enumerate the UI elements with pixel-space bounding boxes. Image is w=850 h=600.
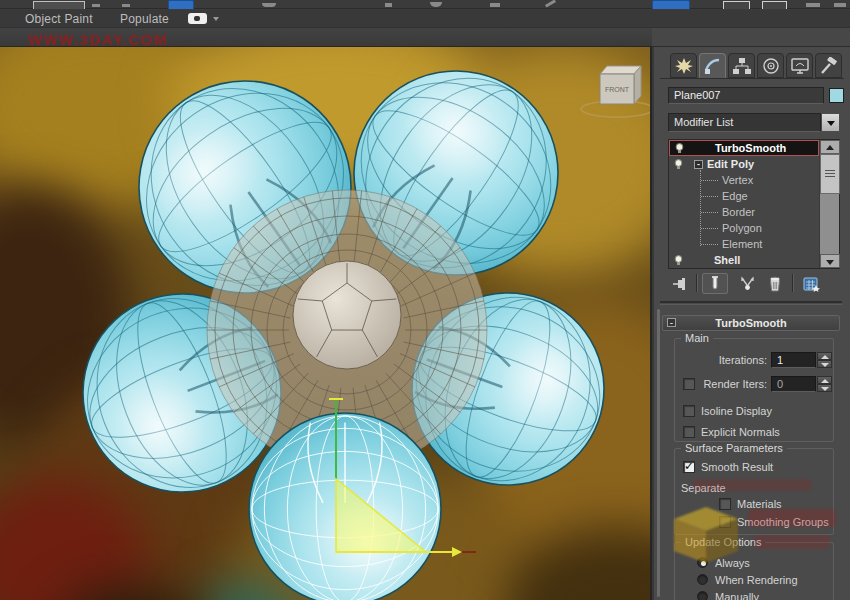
render-iters-spinner[interactable]	[817, 376, 832, 392]
viewcube-label: FRONT	[605, 86, 630, 93]
stack-item-polygon[interactable]: Polygon	[669, 220, 819, 236]
toolbar-icon-fragment	[430, 2, 442, 7]
smoothing-groups-checkbox[interactable]	[719, 516, 731, 528]
group-main: Main Iterations: 1 Render Iters: 0 Isoli…	[674, 338, 834, 442]
panel-divider	[660, 301, 842, 305]
command-panel: Plane007 Modifier List TurboSmooth-Edit …	[652, 47, 850, 600]
dropdown-arrow-button[interactable]	[821, 113, 840, 132]
spinner-up-icon[interactable]	[817, 376, 832, 384]
iterations-input[interactable]: 1	[771, 352, 816, 368]
stack-item-shell[interactable]: Shell	[669, 252, 819, 268]
gizmo-x-arrow	[452, 547, 462, 557]
viewport-front[interactable]: FRONT	[0, 47, 652, 600]
stack-item-element[interactable]: Element	[669, 236, 819, 252]
main-toolbar-clipped	[0, 0, 850, 9]
panel-edge	[652, 47, 654, 600]
chevron-down-icon[interactable]	[213, 17, 219, 21]
toolbar-field-fragment[interactable]	[33, 1, 85, 9]
stack-item-turbosmooth[interactable]: TurboSmooth	[669, 140, 819, 156]
smoothing-groups-label: Smoothing Groups	[737, 516, 829, 528]
ribbon-tab-populate[interactable]: Populate	[120, 12, 169, 26]
render-iters-input[interactable]: 0	[771, 376, 816, 392]
configure-modifier-sets-button[interactable]	[798, 273, 824, 294]
panel-mini-scrollbar[interactable]	[657, 309, 660, 597]
modifier-stack-list: TurboSmooth-Edit PolyVertexEdgeBorderPol…	[669, 140, 819, 268]
tab-baseline	[660, 78, 844, 79]
stack-item-edge[interactable]: Edge	[669, 188, 819, 204]
pin-stack-button[interactable]	[666, 273, 692, 294]
stack-item-border[interactable]: Border	[669, 204, 819, 220]
ribbon-tab-object-paint[interactable]: Object Paint	[25, 12, 93, 26]
toolbar-button-fragment[interactable]	[762, 1, 787, 9]
test-tube-icon	[708, 276, 722, 292]
stack-item-label: Polygon	[722, 222, 762, 234]
stack-item-vertex[interactable]: Vertex	[669, 172, 819, 188]
display-monitor-icon	[790, 57, 810, 75]
when-rendering-label: When Rendering	[715, 574, 798, 586]
viewport-scene[interactable]: FRONT	[0, 47, 652, 600]
scroll-up-button[interactable]	[820, 140, 840, 154]
modifier-bulb-icon[interactable]	[672, 158, 685, 171]
toolbar-toggle-active-fragment[interactable]	[168, 0, 194, 9]
rollout-header-turbosmooth[interactable]: - TurboSmooth	[662, 315, 840, 331]
stack-item-label: Edit Poly	[707, 158, 754, 170]
object-color-swatch[interactable]	[829, 88, 844, 103]
tree-leader	[701, 244, 718, 245]
stack-item-label: Edge	[722, 190, 748, 202]
tab-create[interactable]	[670, 53, 697, 78]
tab-display[interactable]	[786, 53, 813, 78]
toolbar-icon-fragment	[92, 4, 100, 7]
stack-item-label: Border	[722, 206, 755, 218]
viewcube[interactable]: FRONT	[581, 66, 652, 117]
always-radio[interactable]	[697, 557, 708, 568]
toolbar-icon-fragment	[834, 3, 846, 7]
materials-checkbox[interactable]	[719, 498, 731, 510]
tree-leader	[701, 212, 718, 213]
show-end-result-button[interactable]	[702, 273, 728, 294]
toolbar-icon-fragment	[490, 3, 500, 7]
tab-motion[interactable]	[757, 53, 784, 78]
stack-item-label: Vertex	[722, 174, 753, 186]
toolbar-button-fragment[interactable]	[723, 1, 750, 9]
tab-utilities[interactable]	[815, 53, 842, 78]
tool-separator	[696, 274, 697, 292]
collapse-branch-icon[interactable]: -	[694, 160, 703, 169]
spinner-down-icon[interactable]	[817, 360, 832, 368]
remove-modifier-button[interactable]	[762, 273, 788, 294]
stack-scrollbar[interactable]	[819, 140, 839, 268]
modifier-list-dropdown[interactable]: Modifier List	[668, 113, 821, 132]
manually-label: Manually	[715, 591, 759, 600]
collapse-icon[interactable]: -	[667, 318, 676, 327]
modifier-bulb-icon[interactable]	[673, 142, 686, 155]
rollout-title: TurboSmooth	[715, 317, 786, 329]
iterations-spinner[interactable]	[817, 352, 832, 368]
stack-item-label: Element	[722, 238, 762, 250]
when-rendering-radio[interactable]	[697, 574, 708, 585]
scroll-down-button[interactable]	[820, 254, 840, 268]
always-label: Always	[715, 557, 750, 569]
tree-line	[700, 170, 701, 246]
toolbar-toggle-active-fragment[interactable]	[652, 0, 690, 9]
spinner-up-icon[interactable]	[817, 352, 832, 360]
stack-item-edit-poly[interactable]: -Edit Poly	[669, 156, 819, 172]
ribbon-tab-bar: Object Paint Populate	[0, 10, 850, 28]
isoline-display-label: Isoline Display	[701, 405, 772, 417]
object-name-field[interactable]: Plane007	[668, 87, 824, 104]
tree-leader	[701, 196, 718, 197]
toolbar-icon-fragment	[385, 3, 392, 7]
make-unique-button[interactable]	[734, 273, 760, 294]
manually-radio[interactable]	[697, 591, 708, 600]
group-surface-parameters: Surface Parameters Smooth Result Separat…	[674, 448, 834, 535]
spinner-down-icon[interactable]	[817, 384, 832, 392]
smooth-result-checkbox[interactable]	[683, 461, 695, 473]
scroll-thumb[interactable]	[820, 154, 840, 194]
modifier-bulb-icon[interactable]	[672, 254, 685, 267]
camera-lens-icon	[194, 16, 200, 21]
isoline-display-checkbox[interactable]	[683, 405, 695, 417]
configure-sets-icon	[803, 276, 820, 292]
explicit-normals-checkbox[interactable]	[683, 426, 695, 438]
create-starburst-icon	[674, 57, 694, 75]
tab-modify[interactable]	[699, 53, 726, 78]
ribbon-camera-icon[interactable]	[188, 13, 207, 24]
tab-hierarchy[interactable]	[728, 53, 755, 78]
